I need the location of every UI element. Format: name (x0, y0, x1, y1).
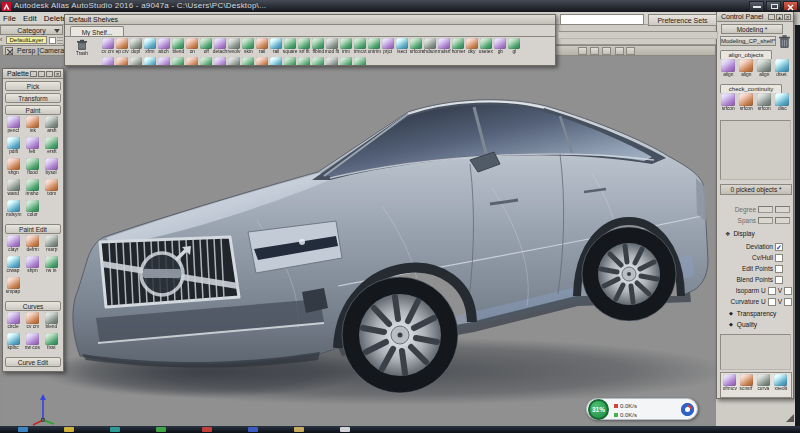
shelf-tool[interactable] (283, 57, 297, 66)
shelf-tool[interactable]: trmcvt (353, 38, 367, 55)
spans-input-1[interactable] (758, 217, 773, 224)
cp-tool[interactable]: xsedit (772, 374, 789, 397)
taskbar-icon[interactable] (202, 427, 212, 432)
curvature-u-checkbox[interactable] (768, 298, 776, 306)
shelf-tool[interactable]: attch (157, 38, 171, 55)
shelf-tool[interactable]: ep crv (115, 38, 129, 55)
close-button[interactable] (783, 1, 798, 11)
palette-tool[interactable]: smpap (4, 277, 23, 298)
palette-tool[interactable]: rw in (42, 256, 61, 277)
shelf-tool[interactable]: srfcon (409, 38, 423, 55)
spans-input-2[interactable] (775, 217, 790, 224)
isoparm-v-checkbox[interactable] (784, 287, 792, 295)
menu-item[interactable]: Edit (23, 14, 37, 23)
shading-icon[interactable] (590, 47, 599, 55)
default-layer-chip[interactable]: DefaultLayer (6, 36, 47, 44)
shelf-tool[interactable]: dky (465, 38, 479, 55)
palette-tab-paint-edit[interactable]: Paint Edit (5, 224, 61, 234)
taskbar-icon[interactable] (64, 427, 74, 432)
viewport-maximize-icon[interactable] (626, 47, 635, 55)
palette-tool[interactable]: nw cos (23, 333, 42, 354)
cp-tool[interactable]: align (755, 59, 773, 78)
resize-grip-icon[interactable] (786, 414, 794, 422)
tab-check-continuity[interactable]: check_continuity (720, 84, 782, 93)
palette-tool[interactable]: ink (23, 116, 42, 137)
shelf-tool[interactable]: off (199, 38, 213, 55)
shelf-tool[interactable]: cv crv (101, 38, 115, 55)
palette-tool[interactable]: defrm (23, 235, 42, 256)
shelf-tool[interactable] (115, 57, 129, 66)
shelf-tool[interactable] (269, 57, 283, 66)
shelves-window-title[interactable]: Default Shelves (65, 15, 555, 25)
curvature-v-checkbox[interactable] (784, 298, 792, 306)
palette-tool[interactable]: crwap (4, 256, 23, 277)
shelf-tool[interactable] (353, 57, 367, 66)
palette-tab-transform[interactable]: Transform (5, 93, 61, 103)
shelf-tool[interactable] (241, 57, 255, 66)
cp-tool[interactable]: dtset (773, 59, 791, 78)
shelf-tool[interactable]: srf flt (297, 38, 311, 55)
palette-tool[interactable]: clayr (4, 235, 23, 256)
shelf-tool[interactable] (227, 57, 241, 66)
display-bullet-item[interactable]: Transparency (729, 308, 776, 319)
palette-tool[interactable]: wand (4, 179, 23, 200)
speed-app-icon[interactable] (681, 403, 694, 416)
shelf-tool[interactable] (157, 57, 171, 66)
palette-tool[interactable]: cv crv (23, 312, 42, 333)
preference-sets-button[interactable]: Preference Sets (648, 14, 717, 26)
cp-tool[interactable]: srfcon (719, 93, 737, 112)
preference-input[interactable] (560, 14, 644, 25)
shelf-tool[interactable]: blend (171, 38, 185, 55)
palette-tool[interactable]: arsft (42, 116, 61, 137)
shelf-tool[interactable]: isect (395, 38, 409, 55)
shelf-tool[interactable] (297, 57, 311, 66)
perspective-viewport[interactable] (2, 56, 716, 426)
cp-tool[interactable]: srfcon (755, 93, 773, 112)
category-header[interactable]: Category (0, 25, 63, 35)
shelf-tool[interactable]: rail (269, 38, 283, 55)
shelf-tool[interactable] (101, 57, 115, 66)
cp-close-icon[interactable]: ✕ (784, 14, 791, 20)
palette-tool[interactable]: flood (23, 158, 42, 179)
display-section-header[interactable]: Display (725, 230, 755, 237)
palette-tool[interactable]: fixst (42, 333, 61, 354)
deviation-checkbox[interactable]: ✓ (775, 243, 783, 251)
cp-shelf-dropdown[interactable]: Modeling_CP_shelf* (720, 36, 776, 46)
shelf-tool[interactable] (199, 57, 213, 66)
picked-objects-dropdown[interactable]: 0 picked objects * (720, 184, 792, 195)
cp-tool[interactable]: scnsrf (738, 374, 755, 397)
palette-tool[interactable]: bysol (42, 158, 61, 179)
taskbar-icon[interactable] (248, 427, 258, 432)
maximize-button[interactable] (766, 1, 781, 11)
edit-points-checkbox[interactable] (775, 265, 783, 273)
shelf-tool[interactable]: dupl (129, 38, 143, 55)
taskbar-icon[interactable] (156, 427, 166, 432)
palette-menu-icon[interactable] (46, 71, 53, 77)
shelf-tool[interactable]: gb (493, 38, 507, 55)
palette-tool[interactable]: circle (4, 312, 23, 333)
shelf-tool[interactable]: skin (241, 38, 255, 55)
shelf-tool[interactable] (143, 57, 157, 66)
shelf-tool[interactable]: untrim (367, 38, 381, 55)
shelf-tool[interactable]: prjct (381, 38, 395, 55)
taskbar-icon[interactable] (294, 427, 304, 432)
grid-icon[interactable] (602, 47, 611, 55)
cp-tool[interactable]: align (719, 59, 737, 78)
modeling-dropdown[interactable]: Modeling * (721, 24, 783, 34)
shelf-tool[interactable]: usetex (479, 38, 493, 55)
shelf-tool[interactable]: horver (451, 38, 465, 55)
shelf-tool[interactable]: square (283, 38, 297, 55)
cp-collapse-icon[interactable] (768, 14, 775, 20)
viewport-close-icon[interactable] (5, 47, 13, 55)
shelf-tool[interactable] (325, 57, 339, 66)
layer-checkbox[interactable] (49, 37, 56, 44)
palette-collapse-icon[interactable] (30, 71, 37, 77)
shelf-tool[interactable] (213, 57, 227, 66)
palette-tool[interactable]: blend (42, 312, 61, 333)
cp-tool[interactable]: align (737, 59, 755, 78)
shelf-tool[interactable]: ffblnd (311, 38, 325, 55)
minimize-button[interactable] (749, 1, 764, 11)
shelf-tool[interactable] (311, 57, 325, 66)
blend-points-checkbox[interactable] (775, 276, 783, 284)
shelf-tool[interactable] (171, 57, 185, 66)
